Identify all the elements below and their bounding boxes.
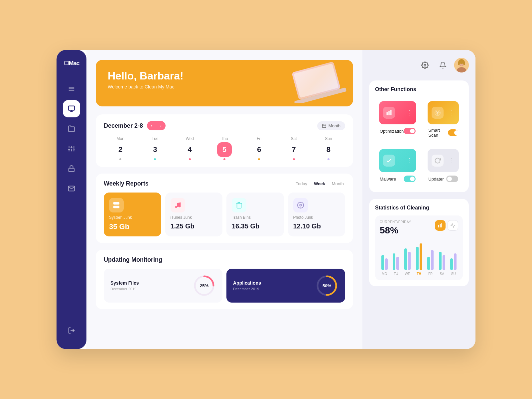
photo-junk-label: Photo Junk	[293, 215, 313, 220]
day-dot-thu	[223, 158, 225, 160]
stats-line-chart-button[interactable]	[448, 220, 458, 231]
day-sat: Sat 7	[277, 136, 310, 160]
user-avatar[interactable]	[454, 58, 469, 72]
sidebar-item-mail[interactable]	[63, 180, 80, 197]
system-files-info: System Files December 2019	[110, 280, 139, 291]
svg-rect-50	[390, 110, 391, 115]
sidebar-item-filter[interactable]	[63, 80, 80, 97]
day-dot-tue	[154, 158, 156, 160]
day-dot-fri	[258, 158, 260, 160]
optimization-label: Optimization	[380, 129, 404, 134]
weekly-reports-title: Weekly Reports	[104, 180, 149, 187]
bar-day-tu: TU	[394, 272, 398, 276]
stats-bar-chart-button[interactable]	[435, 220, 446, 231]
system-junk-value: 35 Gb	[109, 222, 129, 231]
report-photo-junk[interactable]: Photo Junk 12.10 Gb	[288, 193, 345, 236]
applications-date: December 2019	[233, 287, 261, 291]
updating-monitoring-section: Updating Monitoring System Files Decembe…	[96, 250, 353, 309]
function-smart-scan[interactable]: ⋮ Smart Scan	[424, 97, 463, 142]
updating-monitoring-title: Updating Monitoring	[104, 256, 162, 263]
calendar-next-button[interactable]: ›	[156, 121, 166, 130]
day-num-sat[interactable]: 7	[287, 142, 301, 157]
notifications-button[interactable]	[436, 59, 450, 72]
function-optimization[interactable]: ⋮ Optimization	[375, 97, 420, 142]
optimization-toggle[interactable]	[404, 128, 416, 134]
day-dot-sat	[293, 158, 295, 160]
system-files-percent: 25%	[200, 283, 208, 288]
smart-scan-icon	[432, 107, 444, 119]
report-itunes-junk[interactable]: iTunes Junk 1.25 Gb	[165, 193, 223, 236]
sidebar-logout[interactable]	[63, 322, 80, 339]
day-name-tue: Tue	[152, 136, 158, 141]
function-malware[interactable]: ⋮ Malware	[375, 145, 420, 186]
period-tabs: Today Week Month	[294, 181, 345, 187]
day-name-sat: Sat	[291, 136, 297, 141]
day-num-sun[interactable]: 8	[321, 142, 336, 157]
photo-junk-icon	[293, 198, 308, 212]
bar-fr-cyan	[427, 257, 430, 270]
updater-toggle[interactable]	[446, 176, 458, 182]
optimization-card-inner: ⋮	[379, 101, 416, 124]
day-tue: Tue 3	[138, 136, 172, 160]
malware-toggle[interactable]	[404, 176, 416, 182]
svg-rect-49	[388, 111, 389, 115]
bar-th-cyan	[416, 247, 419, 270]
tab-week[interactable]: Week	[313, 181, 327, 187]
stats-header-row: CURRENT/FRIDAY 58%	[380, 220, 458, 239]
settings-button[interactable]	[418, 59, 432, 72]
optimization-menu-icon[interactable]: ⋮	[406, 109, 412, 116]
calendar-header: December 2-8 ‹ › Month	[104, 121, 345, 130]
bar-tu-purple	[396, 257, 399, 270]
bar-group-tu: TU	[391, 242, 401, 276]
updating-monitoring-header: Updating Monitoring	[104, 256, 345, 263]
svg-point-29	[179, 205, 181, 207]
statistics-section: Statistics of Cleaning CURRENT/FRIDAY 58…	[369, 199, 469, 286]
malware-menu-icon[interactable]: ⋮	[406, 157, 412, 164]
day-num-wed[interactable]: 4	[183, 142, 197, 157]
day-num-tue[interactable]: 3	[148, 142, 162, 157]
calendar-navigation: ‹ ›	[147, 121, 166, 130]
system-files-label: System Files	[110, 280, 139, 286]
tab-today[interactable]: Today	[294, 181, 309, 187]
tab-month[interactable]: Month	[331, 181, 345, 187]
day-num-mon[interactable]: 2	[113, 142, 128, 157]
bar-mo-cyan	[381, 255, 384, 270]
function-updater[interactable]: ⋮ Updater	[424, 145, 463, 186]
smart-scan-toggle[interactable]	[448, 129, 458, 136]
sidebar-item-lock[interactable]	[63, 160, 80, 177]
statistics-title: Statistics of Cleaning	[375, 205, 463, 211]
calendar-title: December 2-8 ‹ ›	[104, 121, 166, 130]
bar-su-purple	[454, 253, 457, 270]
bar-fr-purple	[431, 250, 434, 270]
svg-point-47	[463, 61, 465, 65]
smart-scan-menu-icon[interactable]: ⋮	[449, 109, 455, 116]
day-num-fri[interactable]: 6	[252, 142, 266, 157]
update-system-files[interactable]: System Files December 2019 25%	[104, 269, 222, 303]
updater-menu-icon[interactable]: ⋮	[449, 157, 455, 164]
day-num-thu[interactable]: 5	[217, 142, 232, 157]
bar-day-sa: SA	[440, 272, 444, 276]
reports-grid: System Junk 35 Gb iTunes Junk 1.25 Gb	[104, 193, 345, 236]
statistics-card: CURRENT/FRIDAY 58%	[375, 215, 463, 280]
sidebar-item-folder[interactable]	[63, 120, 80, 137]
calendar-view-toggle[interactable]: Month	[317, 121, 345, 130]
calendar-prev-button[interactable]: ‹	[147, 121, 156, 130]
sidebar-item-sliders[interactable]	[63, 140, 80, 157]
calendar-section: December 2-8 ‹ › Month Mon 2	[96, 114, 353, 167]
sidebar-item-monitor[interactable]	[63, 100, 80, 117]
bar-we-purple	[408, 252, 411, 270]
bar-su-cyan	[450, 258, 453, 270]
bar-tu-cyan	[393, 253, 395, 270]
day-dot-mon	[119, 158, 121, 160]
weekly-reports-header: Weekly Reports Today Week Month	[104, 180, 345, 187]
bar-mo-purple	[385, 258, 388, 270]
update-applications[interactable]: Applications December 2019 50%	[226, 269, 345, 303]
report-trash-bins[interactable]: Trash Bins 16.35 Gb	[226, 193, 284, 236]
svg-rect-52	[438, 225, 439, 227]
optimization-icon	[383, 107, 395, 119]
logout-button[interactable]	[63, 322, 80, 339]
calendar-days: Mon 2 Tue 3 Wed 4 Thu 5	[104, 136, 345, 160]
report-system-junk[interactable]: System Junk 35 Gb	[104, 193, 161, 236]
day-wed: Wed 4	[173, 136, 206, 160]
day-name-thu: Thu	[221, 136, 228, 141]
